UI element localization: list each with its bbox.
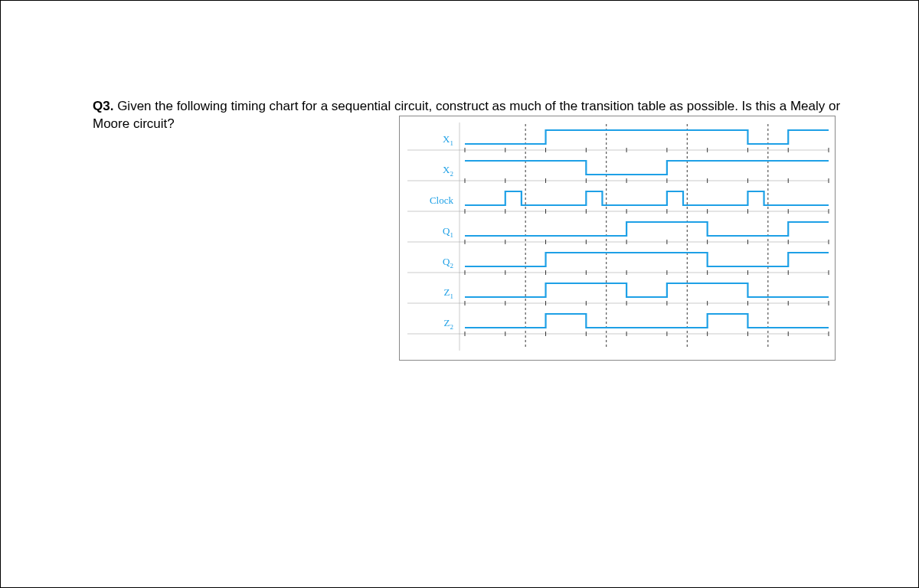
svg-text:Clock: Clock <box>430 194 454 206</box>
page: Q3. Given the following timing chart for… <box>0 0 919 588</box>
svg-text:Q2: Q2 <box>443 256 453 270</box>
timing-diagram: X1X2ClockQ1Q2Z1Z2 <box>399 116 836 361</box>
question-number: Q3. <box>93 99 113 113</box>
svg-text:Q1: Q1 <box>443 225 453 239</box>
svg-text:Z2: Z2 <box>444 317 453 331</box>
svg-text:Z1: Z1 <box>444 286 453 300</box>
svg-text:X2: X2 <box>443 164 453 178</box>
timing-svg: X1X2ClockQ1Q2Z1Z2 <box>400 116 836 361</box>
svg-text:X1: X1 <box>443 133 453 147</box>
